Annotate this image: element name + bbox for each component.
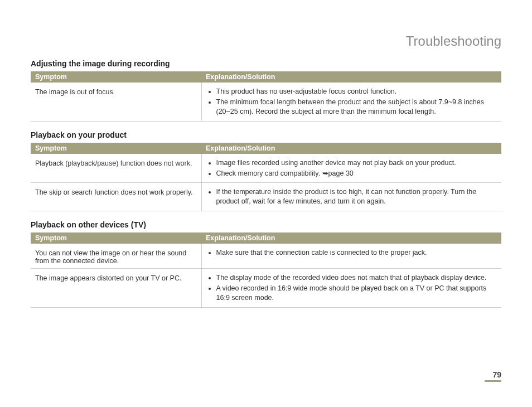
page-container: Troubleshooting Adjusting the image duri…: [0, 0, 532, 308]
symptom-cell: The image is out of focus.: [31, 83, 201, 121]
table-2-header-symptom: Symptom: [31, 232, 201, 244]
page-number-text: 79: [492, 370, 501, 379]
symptom-cell: The skip or search function does not wor…: [31, 183, 201, 211]
table-0-header-symptom: Symptom: [31, 71, 201, 83]
table-2: Symptom Explanation/Solution You can not…: [31, 232, 501, 308]
section-heading-0: Adjusting the image during recording: [31, 59, 501, 68]
table-row: You can not view the image on or hear th…: [31, 244, 501, 269]
bullet-item: A video recorded in 16:9 wide mode shoul…: [216, 284, 497, 303]
table-0-header-solution: Explanation/Solution: [201, 71, 501, 83]
bullet-item: If the temperature inside the product is…: [216, 187, 497, 206]
symptom-cell: You can not view the image on or hear th…: [31, 244, 201, 269]
symptom-cell: Playback (playback/pause) function does …: [31, 154, 201, 183]
bullet-item: This product has no user-adjustable focu…: [216, 87, 497, 96]
table-1-header-symptom: Symptom: [31, 143, 201, 154]
bullet-item: Image files recorded using another devic…: [216, 158, 497, 168]
page-title: Troubleshooting: [31, 33, 501, 49]
bullet-item: The minimum focal length between the pro…: [216, 98, 497, 117]
table-1: Symptom Explanation/Solution Playback (p…: [31, 143, 501, 212]
bullet-item: The display mode of the recorded video d…: [216, 273, 497, 283]
table-row: The image appears distorted on your TV o…: [31, 269, 501, 308]
solution-cell: If the temperature inside the product is…: [201, 183, 501, 211]
solution-cell: This product has no user-adjustable focu…: [201, 83, 501, 121]
section-heading-2: Playback on other devices (TV): [31, 220, 501, 229]
table-row: The skip or search function does not wor…: [31, 183, 501, 211]
solution-cell: Image files recorded using another devic…: [201, 154, 501, 183]
table-row: Playback (playback/pause) function does …: [31, 154, 501, 183]
page-number: 79: [485, 370, 501, 382]
bullet-item: Make sure that the connection cable is c…: [216, 248, 497, 258]
symptom-cell: The image appears distorted on your TV o…: [31, 269, 201, 308]
solution-cell: The display mode of the recorded video d…: [201, 269, 501, 308]
table-row: The image is out of focus. This product …: [31, 83, 501, 121]
solution-cell: Make sure that the connection cable is c…: [201, 244, 501, 269]
table-1-header-solution: Explanation/Solution: [201, 143, 501, 154]
table-2-header-solution: Explanation/Solution: [201, 232, 501, 244]
bullet-item: Check memory card compatibility. ➥page 3…: [216, 169, 497, 178]
page-number-underline: [485, 380, 501, 382]
table-0: Symptom Explanation/Solution The image i…: [31, 71, 501, 122]
section-heading-1: Playback on your product: [31, 130, 501, 139]
